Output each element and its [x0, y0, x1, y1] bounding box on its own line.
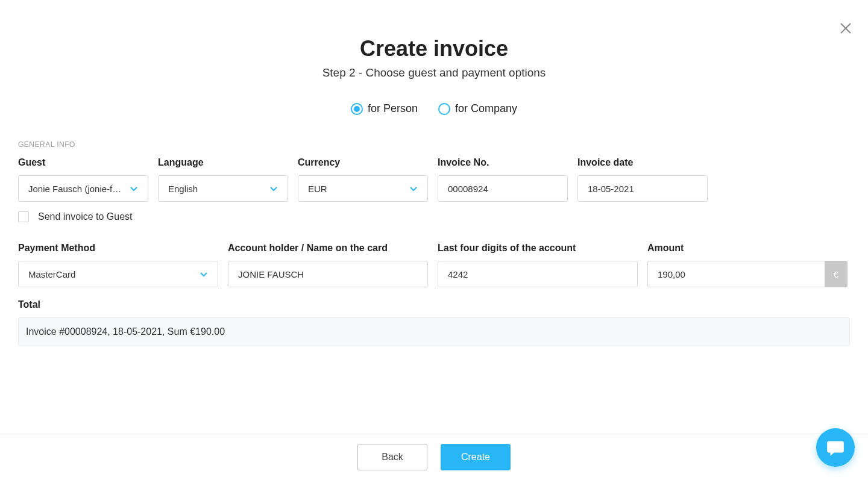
field-label: Account holder / Name on the card [228, 243, 428, 254]
row-general-info: Guest Jonie Fausch (jonie-fau… Language … [18, 157, 850, 202]
checkbox-label: Send invoice to Guest [38, 211, 133, 222]
field-guest: Guest Jonie Fausch (jonie-fau… [18, 157, 148, 202]
input-value: JONIE FAUSCH [238, 269, 418, 279]
field-language: Language English [158, 157, 288, 202]
field-label: Amount [647, 243, 848, 254]
select-value: English [168, 184, 265, 194]
field-last-four: Last four digits of the account 4242 [438, 243, 638, 287]
checkbox-row-send-invoice: Send invoice to Guest [18, 211, 850, 222]
currency-select[interactable]: EUR [298, 175, 428, 202]
total-summary: Invoice #00008924, 18-05-2021, Sum €190.… [18, 317, 850, 346]
field-label: Invoice date [577, 157, 708, 168]
field-label: Last four digits of the account [438, 243, 638, 254]
chevron-down-icon [130, 184, 138, 193]
chevron-down-icon [409, 184, 418, 193]
close-icon [840, 23, 851, 34]
radio-icon [438, 103, 450, 115]
radio-label: for Person [368, 102, 418, 115]
field-label: Total [18, 299, 850, 310]
section-label-general-info: GENERAL INFO [18, 140, 850, 149]
field-total: Total Invoice #00008924, 18-05-2021, Sum… [18, 299, 850, 346]
input-value: 190,00 [658, 269, 815, 279]
field-payment-method: Payment Method MasterCard [18, 243, 218, 287]
amount-input-wrap: 190,00 € [647, 261, 848, 287]
create-button[interactable]: Create [441, 444, 511, 470]
select-value: Jonie Fausch (jonie-fau… [28, 184, 125, 194]
invoice-date-input[interactable]: 18-05-2021 [577, 175, 708, 202]
chat-widget-button[interactable] [816, 428, 855, 467]
amount-input[interactable]: 190,00 [647, 261, 825, 287]
field-currency: Currency EUR [298, 157, 428, 202]
chevron-down-icon [200, 270, 208, 278]
field-account-holder: Account holder / Name on the card JONIE … [228, 243, 428, 287]
field-label: Payment Method [18, 243, 218, 254]
input-value: 18-05-2021 [588, 184, 697, 194]
radio-for-company[interactable]: for Company [438, 102, 517, 115]
select-value: EUR [308, 184, 404, 194]
chevron-down-icon [269, 184, 278, 193]
invoice-no-input[interactable]: 00008924 [438, 175, 568, 202]
radio-icon [351, 103, 363, 115]
invoice-type-radio-group: for Person for Company [0, 102, 868, 115]
amount-currency-symbol: € [825, 261, 848, 287]
field-label: Guest [18, 157, 148, 168]
field-label: Language [158, 157, 288, 168]
page-title: Create invoice [0, 36, 868, 61]
field-amount: Amount 190,00 € [647, 243, 848, 287]
field-label: Currency [298, 157, 428, 168]
account-holder-input[interactable]: JONIE FAUSCH [228, 261, 428, 287]
input-value: 4242 [448, 269, 627, 279]
header: Create invoice Step 2 - Choose guest and… [0, 0, 868, 79]
select-value: MasterCard [28, 269, 195, 279]
row-payment: Payment Method MasterCard Account holder… [18, 243, 850, 287]
field-label: Invoice No. [438, 157, 568, 168]
footer: Back Create [0, 434, 868, 480]
field-invoice-date: Invoice date 18-05-2021 [577, 157, 708, 202]
chat-icon [825, 437, 846, 458]
last-four-input[interactable]: 4242 [438, 261, 638, 287]
field-invoice-no: Invoice No. 00008924 [438, 157, 568, 202]
input-value: 00008924 [448, 184, 558, 194]
guest-select[interactable]: Jonie Fausch (jonie-fau… [18, 175, 148, 202]
radio-label: for Company [455, 102, 517, 115]
page-subtitle: Step 2 - Choose guest and payment option… [0, 66, 868, 79]
payment-method-select[interactable]: MasterCard [18, 261, 218, 287]
back-button[interactable]: Back [357, 444, 427, 470]
close-button[interactable] [840, 23, 851, 34]
radio-for-person[interactable]: for Person [351, 102, 418, 115]
content: GENERAL INFO Guest Jonie Fausch (jonie-f… [0, 115, 868, 346]
send-invoice-checkbox[interactable] [18, 211, 29, 222]
language-select[interactable]: English [158, 175, 288, 202]
